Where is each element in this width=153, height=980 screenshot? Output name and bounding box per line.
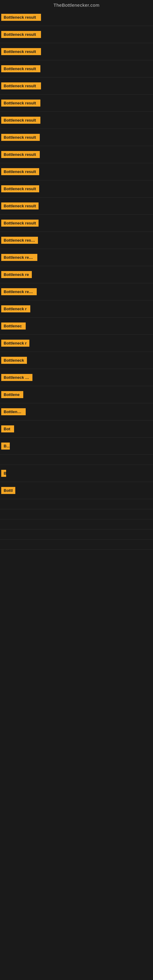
bottleneck-item: Bottleneck result xyxy=(0,200,153,211)
bottleneck-item: Bottleneck re xyxy=(0,269,153,280)
bottleneck-item xyxy=(0,512,153,516)
bottleneck-label: Bottleneck result xyxy=(1,31,41,38)
bottleneck-item xyxy=(0,502,153,506)
bottleneck-item: Bottleneck result xyxy=(0,235,153,246)
bottleneck-item: Bottleneck result xyxy=(0,218,153,229)
bottleneck-item: Bot xyxy=(0,423,153,434)
bottleneck-label: Bottleneck result xyxy=(1,288,37,295)
bottleneck-item: Bottleneck r xyxy=(0,338,153,348)
bottleneck-section: Bottleneck res xyxy=(0,369,153,386)
bottleneck-label: Bottleneck result xyxy=(1,202,38,210)
bottleneck-item: Bottleneck result xyxy=(0,29,153,40)
bottleneck-section: Bottleneck xyxy=(0,403,153,420)
bottleneck-item: Bottleneck result xyxy=(0,132,153,143)
bottleneck-section: Bottleneck r xyxy=(0,301,153,318)
bottleneck-label: Bottl xyxy=(1,487,15,494)
bottleneck-label: Bottleneck xyxy=(1,408,26,415)
bottleneck-section: Bottleneck re xyxy=(0,266,153,283)
bottleneck-item xyxy=(0,533,153,536)
bottleneck-section: Bottlenec xyxy=(0,318,153,335)
bottleneck-item xyxy=(0,522,153,526)
bottleneck-label: Bottleneck result xyxy=(1,117,40,124)
bottleneck-label: Bottleneck res xyxy=(1,374,32,381)
bottleneck-item xyxy=(0,458,153,461)
bottleneck-item: Bottleneck result xyxy=(0,46,153,57)
bottleneck-label: Bottleneck result xyxy=(1,134,40,141)
bottleneck-label: B xyxy=(1,470,6,477)
bottleneck-label: Bottleneck result xyxy=(1,185,39,192)
bottleneck-section: Bottlene xyxy=(0,386,153,403)
bottleneck-section xyxy=(0,499,153,509)
bottleneck-section: Bottleneck xyxy=(0,352,153,369)
bottleneck-item: Bottleneck result xyxy=(0,252,153,263)
bottleneck-item: Bottleneck result xyxy=(0,81,153,91)
bottleneck-section: Bottleneck r xyxy=(0,335,153,352)
bottleneck-label: Bo xyxy=(1,442,10,450)
site-header: TheBottlenecker.com xyxy=(0,0,153,9)
bottleneck-section: Bottleneck result xyxy=(0,215,153,232)
bottleneck-section xyxy=(0,519,153,530)
bottleneck-label: Bottleneck result xyxy=(1,65,40,72)
bottleneck-label: Bottleneck result xyxy=(1,151,40,158)
bottleneck-section: Bottleneck result xyxy=(0,146,153,163)
bottleneck-section: Bottleneck result xyxy=(0,163,153,180)
bottleneck-section xyxy=(0,539,153,550)
bottleneck-section: Bot xyxy=(0,420,153,438)
bottleneck-section: Bottleneck result xyxy=(0,283,153,301)
bottleneck-item: Bottleneck res xyxy=(0,372,153,383)
bottleneck-section: Bottleneck result xyxy=(0,95,153,112)
bottleneck-item: Bottleneck r xyxy=(0,304,153,314)
bottleneck-item: Bottleneck result xyxy=(0,149,153,160)
bottleneck-section: Bottleneck result xyxy=(0,60,153,78)
bottleneck-section: Bottleneck result xyxy=(0,26,153,43)
bottleneck-item: Bottlene xyxy=(0,389,153,400)
bottleneck-label: Bottleneck xyxy=(1,357,27,364)
bottleneck-item: Bottleneck result xyxy=(0,183,153,194)
bottleneck-section xyxy=(0,455,153,465)
bottleneck-label: Bottleneck result xyxy=(1,237,38,244)
bottleneck-item xyxy=(0,542,153,546)
bottleneck-section: Bottleneck result xyxy=(0,78,153,95)
bottleneck-label: Bottleneck result xyxy=(1,100,40,107)
bottleneck-label: Bottleneck result xyxy=(1,220,38,227)
bottleneck-label: Bottlene xyxy=(1,391,23,398)
bottleneck-section: Bottl xyxy=(0,482,153,499)
bottleneck-item: Bottleneck result xyxy=(0,98,153,108)
bottleneck-section xyxy=(0,530,153,539)
bottleneck-section: Bottleneck result xyxy=(0,249,153,266)
bottleneck-label: Bottlenec xyxy=(1,323,26,329)
bottleneck-section: Bo xyxy=(0,438,153,455)
bottleneck-label: Bottleneck r xyxy=(1,340,29,347)
bottleneck-label: Bottleneck result xyxy=(1,83,41,89)
bottleneck-section xyxy=(0,509,153,519)
bottleneck-label: Bottleneck result xyxy=(1,254,37,261)
bottleneck-item: Bottlenec xyxy=(0,321,153,331)
bottleneck-section: Bottleneck result xyxy=(0,129,153,146)
bottleneck-section: Bottleneck result xyxy=(0,9,153,26)
site-title: TheBottlenecker.com xyxy=(0,0,153,9)
bottleneck-section: Bottleneck result xyxy=(0,112,153,129)
bottleneck-item: B xyxy=(0,468,153,479)
bottleneck-section: Bottleneck result xyxy=(0,43,153,60)
bottleneck-section: Bottleneck result xyxy=(0,180,153,197)
bottleneck-item: Bottleneck xyxy=(0,406,153,417)
bottleneck-item: Bottl xyxy=(0,485,153,496)
bottleneck-label: Bottleneck re xyxy=(1,271,32,278)
bottleneck-item: Bottleneck result xyxy=(0,166,153,177)
bottleneck-item: Bottleneck result xyxy=(0,64,153,74)
bottleneck-section: Bottleneck result xyxy=(0,197,153,215)
bottleneck-item: Bottleneck result xyxy=(0,12,153,23)
bottleneck-label: Bottleneck result xyxy=(1,168,39,175)
bottleneck-section: Bottleneck result xyxy=(0,232,153,249)
bottleneck-item: Bottleneck result xyxy=(0,286,153,297)
bottleneck-item: Bottleneck result xyxy=(0,115,153,126)
bottleneck-label: Bottleneck result xyxy=(1,48,41,55)
bottleneck-list: Bottleneck resultBottleneck resultBottle… xyxy=(0,9,153,550)
bottleneck-label: Bottleneck r xyxy=(1,305,30,312)
bottleneck-label: Bottleneck result xyxy=(1,14,41,21)
bottleneck-item: Bottleneck xyxy=(0,355,153,366)
bottleneck-label: Bot xyxy=(1,425,14,433)
bottleneck-item: Bo xyxy=(0,441,153,452)
bottleneck-section: B xyxy=(0,465,153,482)
